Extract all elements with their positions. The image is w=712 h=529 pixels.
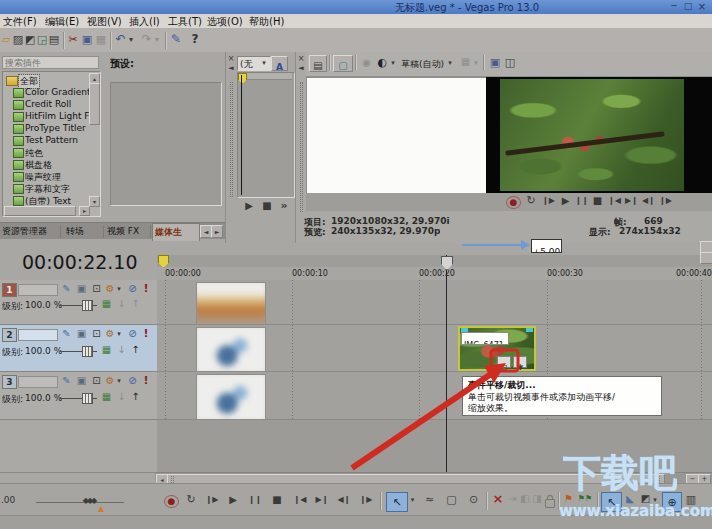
undo-dropdown-icon[interactable]: ▾ bbox=[127, 36, 135, 44]
close-button[interactable]: × bbox=[696, 2, 708, 12]
play-icon[interactable]: ▶ bbox=[559, 196, 572, 206]
copy-icon[interactable]: ▣ bbox=[80, 34, 94, 45]
normal-edit-tool[interactable]: ↖ bbox=[386, 492, 408, 512]
track-motion-icon[interactable]: ⊡ bbox=[90, 329, 103, 339]
track-composite-icon[interactable]: ▣ bbox=[75, 376, 88, 386]
make-compositing-parent-icon[interactable]: ↑ bbox=[130, 345, 141, 355]
cut-icon[interactable]: ✂ bbox=[66, 34, 80, 45]
undock-panel-icon[interactable]: ◄ bbox=[297, 65, 305, 72]
go-to-end-icon[interactable]: ▶❙ bbox=[624, 197, 639, 205]
title-bar[interactable]: 无标题.veg * - Vegas Pro 13.0 ─ □ × bbox=[0, 0, 712, 14]
selection-tool-icon[interactable]: ▢ bbox=[444, 494, 459, 505]
level-slider-handle[interactable] bbox=[82, 300, 93, 311]
close-panel-icon[interactable]: × bbox=[227, 55, 235, 63]
mute-track-icon[interactable]: ⊘ bbox=[126, 376, 139, 386]
tab-transitions[interactable]: 转场 bbox=[66, 225, 104, 238]
h-scrollbar-thumb[interactable] bbox=[4, 206, 76, 216]
video-output-fx-icon[interactable]: ◉ bbox=[360, 58, 373, 68]
split-screen-view-icon[interactable]: ◐ bbox=[375, 57, 389, 68]
make-compositing-child-icon[interactable]: ↓ bbox=[116, 392, 127, 402]
track-number[interactable]: 3 bbox=[2, 375, 17, 389]
mixer-icon[interactable]: ▥ bbox=[684, 494, 698, 505]
tab-video-fx[interactable]: 视频 FX bbox=[107, 225, 151, 238]
project-video-properties-icon[interactable]: ▤ bbox=[309, 55, 327, 72]
pause-icon[interactable]: ❙❙ bbox=[248, 496, 262, 504]
record-icon[interactable]: ● bbox=[164, 495, 179, 508]
previous-frame-icon[interactable]: ◀❙ bbox=[641, 197, 656, 205]
chevron-down-icon[interactable]: ▾ bbox=[472, 60, 480, 67]
menu-tools[interactable]: 工具(T) bbox=[168, 15, 202, 29]
snapping-dropdown-icon[interactable]: ▾ bbox=[651, 497, 659, 504]
next-frame-icon[interactable]: ❙▶ bbox=[358, 496, 374, 504]
cursor-tool[interactable]: ↖ bbox=[601, 492, 622, 512]
make-compositing-child-icon[interactable]: ↓ bbox=[116, 299, 127, 309]
preview-quality-dropdown[interactable]: 草稿(自动) bbox=[401, 58, 444, 71]
envelope-edit-icon[interactable]: ◣ bbox=[623, 494, 637, 504]
track-motion-icon[interactable]: ⊡ bbox=[90, 284, 103, 294]
mute-track-icon[interactable]: ⊘ bbox=[126, 284, 139, 294]
minimize-button[interactable]: ─ bbox=[668, 2, 680, 11]
bypass-motion-blur-icon[interactable]: ✎ bbox=[60, 284, 73, 294]
solo-track-icon[interactable]: ! bbox=[141, 375, 151, 386]
previous-frame-icon[interactable]: ◀❙ bbox=[336, 496, 352, 504]
text-animation-icon[interactable]: A bbox=[271, 56, 288, 71]
track-header-1[interactable]: 1 ✎ ▣ ⊡ ⚙ ▾ ⊘ ! 级别: 100.0 % ▦ ↓ ↑ bbox=[0, 280, 157, 325]
keyframe-marker[interactable] bbox=[238, 73, 247, 84]
rate-marker-icon[interactable]: ▲ bbox=[95, 505, 107, 513]
event-corner-handle[interactable] bbox=[526, 328, 533, 332]
menu-view[interactable]: 视图(V) bbox=[87, 15, 122, 29]
save-frame-icon[interactable]: ◫ bbox=[503, 57, 517, 68]
play-from-start-icon[interactable]: ❙▶ bbox=[204, 496, 220, 504]
insert-region-icon[interactable]: ⚑⚑ bbox=[576, 495, 594, 503]
solo-track-icon[interactable]: ! bbox=[141, 328, 151, 339]
zoom-tool-icon[interactable]: ⊙ bbox=[466, 494, 481, 505]
open-project-icon[interactable]: ▨ bbox=[12, 34, 24, 45]
lock-icon[interactable] bbox=[545, 499, 555, 508]
chevron-down-icon[interactable]: ▾ bbox=[389, 60, 397, 67]
compositing-mode-icon[interactable]: ▦ bbox=[100, 345, 113, 355]
timeline-empty-area[interactable] bbox=[157, 420, 712, 472]
level-slider-handle[interactable] bbox=[82, 393, 93, 404]
menu-edit[interactable]: 编辑(E) bbox=[45, 15, 79, 29]
track-motion-icon[interactable]: ⊡ bbox=[90, 376, 103, 386]
track-name-field[interactable] bbox=[18, 376, 58, 388]
track-composite-icon[interactable]: ▣ bbox=[75, 284, 88, 294]
edit-cursor-line[interactable] bbox=[446, 255, 447, 472]
overlay-grid-icon[interactable]: ▦ bbox=[459, 57, 472, 67]
level-slider-handle[interactable] bbox=[82, 346, 93, 357]
split-left-icon[interactable]: ◧ bbox=[519, 494, 531, 504]
tab-media-generators[interactable]: 媒体生 bbox=[152, 223, 200, 241]
record-icon[interactable]: ● bbox=[506, 196, 521, 209]
track-header-2[interactable]: 2 ✎ ▣ ⊡ ⚙ ▾ ⊘ ! 级别: 100.0 % ▦ ↓ ↑ bbox=[0, 325, 157, 372]
paste-icon[interactable]: ▦ bbox=[94, 34, 108, 45]
next-frame-icon[interactable]: ❙▶ bbox=[658, 197, 673, 205]
copy-frame-icon[interactable]: ▣ bbox=[488, 57, 502, 68]
tree-item[interactable]: HitFilm Light Fla bbox=[25, 111, 90, 121]
undo-icon[interactable]: ↶ bbox=[114, 33, 127, 45]
tree-item[interactable]: Credit Roll bbox=[25, 99, 71, 109]
panel-drag-handle[interactable] bbox=[230, 82, 233, 197]
event-pan-crop-icon[interactable]: ⊡ bbox=[497, 356, 511, 368]
tree-item[interactable]: Test Pattern bbox=[25, 135, 78, 145]
scroll-down-button[interactable]: ▾ bbox=[89, 196, 100, 207]
menu-insert[interactable]: 插入(I) bbox=[129, 15, 160, 29]
menu-options[interactable]: 选项(O) bbox=[207, 15, 243, 29]
menu-file[interactable]: 文件(F) bbox=[3, 15, 37, 29]
keyframe-timeline[interactable] bbox=[237, 72, 295, 198]
delete-icon[interactable]: × bbox=[491, 492, 505, 505]
tab-scroll-right-icon[interactable]: ► bbox=[211, 225, 223, 238]
track-name-field[interactable] bbox=[18, 284, 58, 296]
presets-box[interactable] bbox=[110, 82, 222, 206]
make-compositing-child-icon[interactable]: ↓ bbox=[116, 345, 127, 355]
stop-icon[interactable]: ■ bbox=[591, 196, 604, 206]
keyframe-filter-dropdown[interactable]: (无 ▾ bbox=[237, 56, 271, 71]
solo-track-icon[interactable]: ! bbox=[141, 283, 151, 294]
track-header-3[interactable]: 3 ✎ ▣ ⊡ ⚙ ▾ ⊘ ! 级别: 100.0 % ▦ ↓ ↑ bbox=[0, 372, 157, 420]
whats-this-help-icon[interactable]: ? bbox=[188, 33, 202, 45]
save-project-icon[interactable]: ◩ bbox=[24, 34, 36, 45]
project-properties-icon[interactable]: ▤ bbox=[48, 34, 60, 45]
play-icon[interactable]: ▶ bbox=[226, 495, 240, 505]
time-display[interactable]: 00:00:22.10 bbox=[0, 243, 157, 281]
go-to-end-icon[interactable]: ▶❙ bbox=[314, 496, 330, 504]
undock-panel-icon[interactable]: ◄ bbox=[227, 65, 235, 72]
